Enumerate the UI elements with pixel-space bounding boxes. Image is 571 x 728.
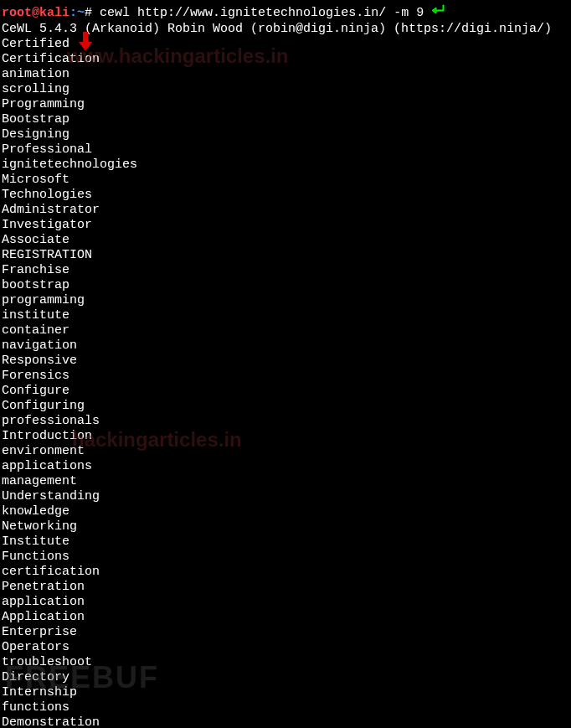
prompt-space (92, 6, 100, 20)
word-output-line: Administrator (2, 203, 569, 218)
word-output-line: Responsive (2, 354, 569, 369)
word-output-line: Institute (2, 534, 569, 550)
word-output-line: professionals (2, 414, 569, 429)
word-output-line: Franchise (2, 263, 569, 278)
word-output-line: Configuring (2, 399, 569, 414)
word-output-line: REGISTRATION (2, 248, 569, 263)
word-output-line: Application (2, 610, 569, 625)
word-output-line: navigation (2, 338, 569, 354)
word-output-line: Programming (2, 97, 569, 112)
word-output-line: Designing (2, 127, 569, 142)
word-output-line: programming (2, 293, 569, 308)
word-output-line: applications (2, 459, 569, 474)
word-output-line: knowledge (2, 504, 569, 519)
word-output-line: application (2, 595, 569, 610)
word-output-line: Understanding (2, 489, 569, 504)
command-text: cewl http://www.ignitetechnologies.in/ -… (100, 6, 424, 20)
prompt-path: ~ (77, 6, 85, 20)
terminal-prompt-line[interactable]: root@kali:~# cewl http://www.ignitetechn… (2, 3, 569, 22)
word-output-line: Technologies (2, 188, 569, 203)
word-output-line: Investigator (2, 218, 569, 233)
word-output-line: troubleshoot (2, 655, 569, 670)
word-output-line: Demonstration (2, 715, 569, 728)
word-output-line: institute (2, 308, 569, 323)
word-output-line: Bootstrap (2, 112, 569, 127)
word-output-line: Microsoft (2, 173, 569, 188)
word-output-line: ignitetechnologies (2, 157, 569, 173)
word-output-line: Forensics (2, 369, 569, 384)
word-output-line: functions (2, 700, 569, 715)
word-output-line: Professional (2, 142, 569, 157)
word-output-line: Configure (2, 384, 569, 399)
prompt-separator: : (69, 6, 77, 20)
word-output-line: container (2, 323, 569, 338)
word-output-line: Certification (2, 52, 569, 67)
word-output-line: bootstrap (2, 278, 569, 293)
word-output-line: Networking (2, 519, 569, 534)
word-output-line: environment (2, 444, 569, 459)
word-output-line: Operators (2, 640, 569, 655)
word-output-line: management (2, 474, 569, 489)
annotation-red-arrow-icon (77, 32, 94, 52)
enter-key-icon (431, 3, 446, 22)
word-output-line: Associate (2, 233, 569, 248)
word-output-line: Introduction (2, 429, 569, 444)
word-output-line: Penetration (2, 580, 569, 595)
word-output-line: Enterprise (2, 625, 569, 640)
prompt-symbol: # (85, 6, 92, 20)
word-output-line: Internship (2, 685, 569, 700)
word-output-line: Functions (2, 550, 569, 565)
space (424, 6, 431, 20)
word-output-line: animation (2, 67, 569, 82)
word-output-line: scrolling (2, 82, 569, 97)
word-output-line: certification (2, 565, 569, 580)
word-output-line: Directory (2, 670, 569, 685)
word-output-container: CertifiedCertificationanimationscrolling… (2, 37, 569, 728)
prompt-user-host: root@kali (2, 6, 69, 20)
